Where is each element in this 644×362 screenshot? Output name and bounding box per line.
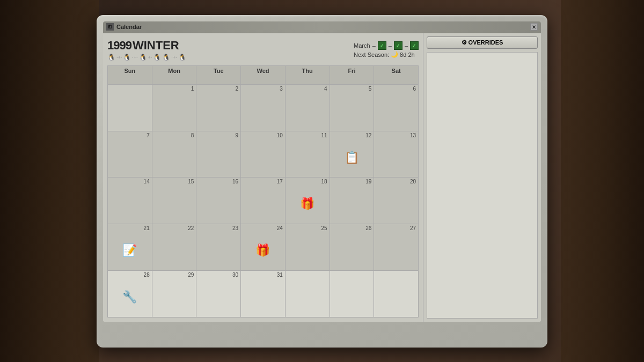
weekday-sun: Sun	[108, 66, 152, 85]
weekday-sat: Sat	[374, 66, 419, 85]
table-row[interactable]	[108, 85, 152, 131]
table-row[interactable]	[286, 271, 330, 317]
next-season-row: Next Season: 🌙 8d 2h	[354, 51, 419, 58]
table-row[interactable]: 27	[374, 224, 419, 271]
table-row[interactable]: 9	[196, 131, 241, 178]
title-bar-title: Calendar	[116, 24, 530, 30]
table-row[interactable]: 31	[241, 271, 286, 317]
table-row[interactable]: 3	[241, 85, 286, 131]
table-row[interactable]: 13	[374, 131, 419, 178]
check2: ✓	[394, 41, 402, 50]
room-right-wall	[561, 0, 644, 362]
table-row[interactable]: 10	[241, 131, 286, 178]
table-row[interactable]: 25	[286, 224, 330, 271]
table-row[interactable]: 18 🎁	[286, 178, 330, 224]
season-label: WINTER	[133, 39, 179, 53]
clipboard-icon: 📋	[332, 139, 372, 176]
weekday-mon: Mon	[152, 66, 197, 85]
calendar-content: 1999 WINTER 🐧 ·+· 🐧 ·+· 🐧 +· 🐧 🐧	[103, 33, 541, 322]
table-row[interactable]: 2	[196, 85, 241, 131]
check3: ✓	[410, 41, 419, 50]
table-row[interactable]: 15	[152, 178, 197, 224]
table-row[interactable]: 14	[108, 178, 152, 224]
wrench-icon: 🔧	[110, 278, 150, 316]
table-row[interactable]: 29	[152, 271, 197, 317]
table-row[interactable]: 23	[196, 224, 241, 271]
table-row[interactable]: 7	[108, 131, 152, 178]
next-season-label: Next Season:	[354, 51, 389, 58]
check1: ✓	[378, 41, 386, 50]
month-row: March – ✓ – ✓ – ✓	[354, 41, 419, 50]
close-button[interactable]: ✕	[530, 23, 538, 31]
table-row[interactable]: 5	[330, 85, 375, 131]
gift-icon: 🎁	[288, 185, 327, 223]
monitor-screen: 🗓 Calendar ✕ 1999 WINTER 🐧 ·+·	[103, 21, 541, 322]
table-row[interactable]: 21 📝	[108, 224, 152, 271]
weekday-wed: Wed	[241, 66, 286, 85]
table-row[interactable]: 8	[152, 131, 197, 178]
table-row[interactable]: 16	[196, 178, 241, 224]
table-row[interactable]: 11	[286, 131, 330, 178]
table-row[interactable]	[374, 271, 419, 317]
penguin-decoration-row: 🐧 ·+· 🐧 ·+· 🐧 +· 🐧 🐧 ·+· 🐧	[107, 54, 186, 61]
overrides-button[interactable]: ⚙ OVERRIDES	[427, 36, 538, 49]
weekday-tue: Tue	[196, 66, 241, 85]
monitor-frame: 🗓 Calendar ✕ 1999 WINTER 🐧 ·+·	[97, 15, 547, 348]
table-row[interactable]	[330, 271, 375, 317]
calendar-right-panel: ⚙ OVERRIDES	[423, 33, 541, 322]
room-left-wall	[0, 0, 99, 362]
title-bar: 🗓 Calendar ✕	[103, 21, 541, 33]
year-label: 1999	[107, 39, 131, 53]
table-row[interactable]: 30	[196, 271, 241, 317]
table-row[interactable]: 28 🔧	[108, 271, 152, 317]
weekday-thu: Thu	[286, 66, 330, 85]
gift2-icon: 🎁	[243, 232, 283, 269]
table-row[interactable]: 17	[241, 178, 286, 224]
table-row[interactable]: 4	[286, 85, 330, 131]
title-bar-icon: 🗓	[106, 23, 114, 31]
table-row[interactable]: 24 🎁	[241, 224, 286, 271]
calendar-header: 1999 WINTER 🐧 ·+· 🐧 ·+· 🐧 +· 🐧 🐧	[107, 38, 419, 62]
table-row[interactable]: 19	[330, 178, 375, 224]
weekday-fri: Fri	[330, 66, 375, 85]
month-info: March – ✓ – ✓ – ✓ Next Season: 🌙 8d 2h	[354, 41, 419, 58]
calendar-grid: Sun Mon Tue Wed Thu Fri Sat 1 2 3 4 5 6	[107, 65, 419, 317]
right-detail-area	[427, 52, 538, 319]
month-label: March	[354, 42, 370, 49]
table-row[interactable]: 6	[374, 85, 419, 131]
table-row[interactable]: 12 📋	[330, 131, 375, 178]
table-row[interactable]: 1	[152, 85, 197, 131]
year-season-display: 1999 WINTER	[107, 39, 186, 53]
table-row[interactable]: 20	[374, 178, 419, 224]
table-row[interactable]: 26	[330, 224, 375, 271]
calendar-left-panel: 1999 WINTER 🐧 ·+· 🐧 ·+· 🐧 +· 🐧 🐧	[103, 33, 423, 322]
checklist-icon: 📝	[110, 232, 150, 269]
table-row[interactable]: 22	[152, 224, 197, 271]
next-season-time: 8d 2h	[400, 51, 415, 58]
